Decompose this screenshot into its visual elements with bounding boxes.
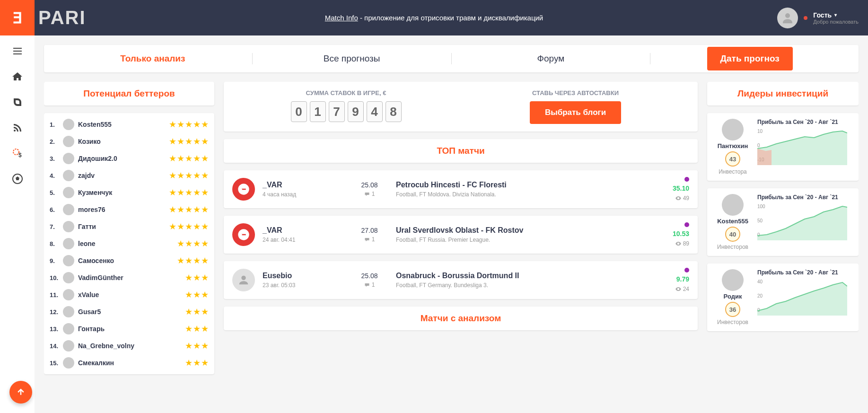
sum-label: СУММА СТАВОК В ИГРЕ, € bbox=[231, 89, 461, 97]
bettor-num: 2. bbox=[50, 138, 63, 145]
match-title: Petrocub Hincesti - FC Floresti bbox=[396, 181, 653, 189]
star-icon: ★ bbox=[169, 170, 176, 181]
bettor-row[interactable]: 6.mores76★★★★★ bbox=[44, 201, 214, 218]
stars: ★★★★★ bbox=[169, 204, 209, 215]
bettor-name: leone bbox=[78, 240, 177, 247]
star-icon: ★ bbox=[201, 238, 209, 249]
bettor-avatar-icon bbox=[63, 272, 74, 283]
match-time: 4 часа назад bbox=[263, 191, 343, 198]
counter-digit: 0 bbox=[291, 101, 307, 122]
bettor-name: xValue bbox=[78, 291, 185, 299]
bettor-num: 12. bbox=[50, 308, 63, 316]
analysis-matches-title: Матчи с анализом bbox=[224, 307, 698, 330]
bettor-row[interactable]: 7.Гатти★★★★★ bbox=[44, 218, 214, 235]
bettor-num: 10. bbox=[50, 274, 63, 281]
match-card[interactable]: _VAR4 часа назад 25.08 1 Petrocub Hinces… bbox=[224, 170, 698, 208]
bettor-row[interactable]: 14.Na_Grebne_volny★★★ bbox=[44, 337, 214, 354]
bettor-avatar-icon bbox=[63, 153, 74, 164]
stars: ★★★★★ bbox=[169, 119, 209, 130]
star-icon: ★ bbox=[185, 170, 193, 181]
tab-analysis[interactable]: Только анализ bbox=[53, 53, 252, 64]
bettor-num: 9. bbox=[50, 257, 63, 264]
bettor-num: 8. bbox=[50, 240, 63, 247]
stars: ★★★ bbox=[185, 358, 209, 368]
give-forecast-button[interactable]: Дать прогноз bbox=[707, 47, 793, 70]
bettor-row[interactable]: 13.Гонтарь★★★ bbox=[44, 320, 214, 337]
match-card[interactable]: _VAR24 авг. 04:41 27.08 1 Ural Sverdlovs… bbox=[224, 216, 698, 254]
investor-name: Пантюхин bbox=[718, 142, 748, 149]
money-icon[interactable]: $ bbox=[11, 147, 24, 159]
investor-avatar-icon bbox=[722, 269, 744, 291]
match-date: 25.08 bbox=[351, 181, 388, 189]
star-icon: ★ bbox=[169, 187, 176, 198]
bettor-row[interactable]: 4.zajdv★★★★★ bbox=[44, 167, 214, 184]
investor-label: Инвесторов bbox=[717, 319, 748, 325]
bettor-num: 14. bbox=[50, 343, 63, 350]
star-icon: ★ bbox=[185, 290, 193, 300]
match-author: _VAR bbox=[263, 226, 343, 235]
match-avatar-icon bbox=[232, 178, 255, 201]
star-icon: ★ bbox=[185, 204, 193, 215]
star-icon: ★ bbox=[193, 358, 201, 368]
star-icon: ★ bbox=[185, 136, 193, 147]
mini-chart: 40200 bbox=[757, 278, 852, 316]
match-avatar-icon bbox=[232, 223, 255, 246]
bettor-row[interactable]: 2.Козико★★★★★ bbox=[44, 133, 214, 150]
star-icon: ★ bbox=[177, 204, 184, 215]
star-icon: ★ bbox=[201, 358, 209, 368]
rss-icon[interactable] bbox=[11, 122, 24, 134]
match-card[interactable]: Eusebio23 авг. 05:03 25.08 1 Osnabruck -… bbox=[224, 261, 698, 299]
menu-icon[interactable] bbox=[11, 45, 24, 57]
match-views: 49 bbox=[675, 195, 689, 202]
star-icon: ★ bbox=[201, 204, 209, 215]
stars: ★★★★ bbox=[177, 238, 209, 249]
tab-forum[interactable]: Форум bbox=[452, 53, 650, 64]
tab-all[interactable]: Все прогнозы bbox=[253, 53, 451, 64]
stars: ★★★ bbox=[185, 272, 209, 283]
bettor-row[interactable]: 5.Кузменчук★★★★★ bbox=[44, 184, 214, 201]
stars: ★★★★★ bbox=[169, 221, 209, 232]
match-info-link[interactable]: Match Info bbox=[325, 14, 358, 22]
investor-chart-title: Прибыль за Сен `20 - Авг `21 bbox=[757, 194, 852, 201]
match-league: Football, FT Russia. Premier League. bbox=[396, 237, 653, 243]
bettor-row[interactable]: 9.Самосенко★★★★ bbox=[44, 252, 214, 269]
star-icon: ★ bbox=[201, 272, 209, 283]
bettor-row[interactable]: 12.Gusar5★★★ bbox=[44, 303, 214, 320]
bettor-num: 4. bbox=[50, 172, 63, 179]
bettor-row[interactable]: 10.VadimGünther★★★ bbox=[44, 269, 214, 286]
investor-card[interactable]: Родик36Инвесторов Прибыль за Сен `20 - А… bbox=[707, 264, 859, 331]
match-title: Osnabruck - Borussia Dortmund II bbox=[396, 272, 653, 280]
logo-icon[interactable]: Ǝ bbox=[0, 0, 35, 35]
bet-counter: 017948 bbox=[231, 101, 461, 122]
football-icon[interactable] bbox=[11, 173, 24, 185]
investor-avatar-icon bbox=[722, 119, 744, 141]
bettor-row[interactable]: 3.Дидошик2.0★★★★★ bbox=[44, 150, 214, 167]
bettor-avatar-icon bbox=[63, 255, 74, 266]
match-comments: 1 bbox=[351, 281, 388, 288]
bettor-row[interactable]: 8.leone★★★★ bbox=[44, 235, 214, 252]
star-icon: ★ bbox=[201, 307, 209, 317]
bettor-name: VadimGünther bbox=[78, 274, 185, 281]
stars: ★★★ bbox=[185, 341, 209, 351]
home-icon[interactable] bbox=[11, 70, 24, 83]
choose-blogs-button[interactable]: Выбрать блоги bbox=[530, 101, 621, 124]
scroll-up-fab[interactable] bbox=[9, 381, 32, 404]
bettor-avatar-icon bbox=[63, 289, 74, 300]
investor-card[interactable]: Пантюхин43Инвестора Прибыль за Сен `20 -… bbox=[707, 113, 859, 181]
header: Ǝ PARI Match Info - приложение для отрис… bbox=[0, 0, 868, 35]
match-league: Football, FT Germany. Bundesliga 3. bbox=[396, 282, 653, 289]
user-menu[interactable]: Гость ▾ Добро пожаловать bbox=[777, 8, 859, 28]
star-icon: ★ bbox=[185, 221, 193, 232]
blog-icon[interactable] bbox=[11, 96, 24, 108]
investor-label: Инвестора bbox=[719, 168, 747, 175]
stars: ★★★ bbox=[185, 307, 209, 317]
svg-text:$: $ bbox=[18, 152, 22, 158]
star-icon: ★ bbox=[201, 255, 209, 266]
bettor-name: Кузменчук bbox=[78, 189, 169, 196]
investor-card[interactable]: Kosten55540Инвесторов Прибыль за Сен `20… bbox=[707, 188, 859, 256]
bettor-row[interactable]: 1.Kosten555★★★★★ bbox=[44, 116, 214, 133]
bettor-num: 6. bbox=[50, 206, 63, 213]
bettor-row[interactable]: 15.Смекалкин★★★ bbox=[44, 354, 214, 371]
bettor-row[interactable]: 11.xValue★★★ bbox=[44, 286, 214, 303]
star-icon: ★ bbox=[185, 119, 193, 130]
